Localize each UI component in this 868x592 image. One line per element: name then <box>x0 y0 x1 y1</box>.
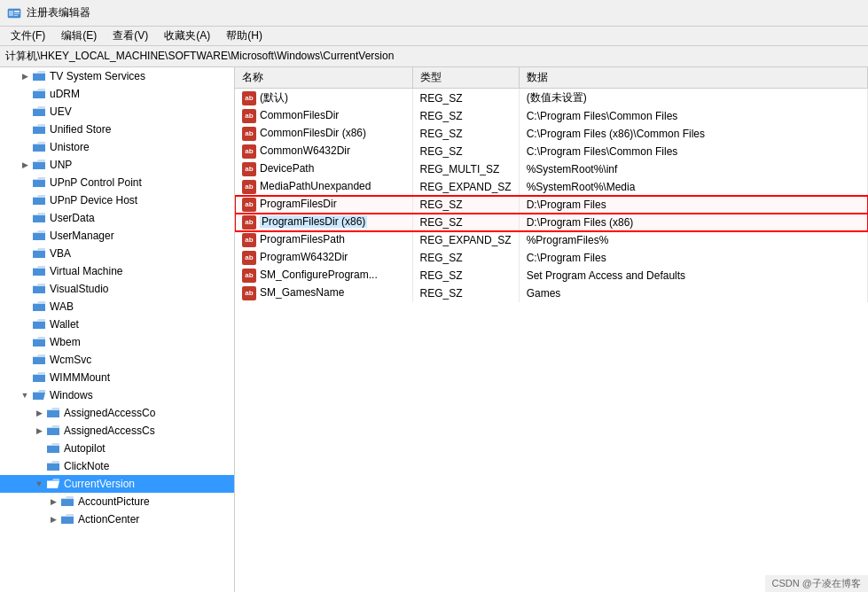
address-path: 计算机\HKEY_LOCAL_MACHINE\SOFTWARE\Microsof… <box>5 49 394 64</box>
tree-toggle[interactable]: ▶ <box>32 424 46 438</box>
tree-item-autopilot[interactable]: ▶ Autopilot <box>0 440 234 457</box>
table-row[interactable]: abCommonW6432DirREG_SZC:\Program Files\C… <box>235 143 868 160</box>
tree-label: Virtual Machine <box>50 265 123 277</box>
registry-name: ProgramFilesPath <box>260 233 345 245</box>
tree-item-wbem[interactable]: ▶ Wbem <box>0 333 234 351</box>
tree-item-uev[interactable]: ▶ UEV <box>0 103 234 121</box>
tree-label: AssignedAccessCo <box>64 407 155 419</box>
tree-item-tvsystemservices[interactable]: ▶ TV System Services <box>0 67 234 85</box>
ab-icon: ab <box>242 233 256 247</box>
tree-item-wallet[interactable]: ▶ Wallet <box>0 315 234 333</box>
tree-item-wcmsvc[interactable]: ▶ WcmSvc <box>0 351 234 369</box>
table-row[interactable]: abProgramW6432DirREG_SZC:\Program Files <box>235 249 868 267</box>
tree-item-usermanager[interactable]: ▶ UserManager <box>0 227 234 245</box>
folder-icon <box>46 406 60 420</box>
ab-icon: ab <box>242 109 256 123</box>
tree-toggle[interactable]: ▼ <box>18 388 32 402</box>
tree-item-unistore[interactable]: ▶ Unistore <box>0 138 234 156</box>
registry-name-cell[interactable]: abCommonW6432Dir <box>235 143 412 160</box>
tree-toggle[interactable]: ▶ <box>32 406 46 420</box>
registry-name: DevicePath <box>260 162 314 175</box>
tree-item-upnpcontrolpoint[interactable]: ▶ UPnP Control Point <box>0 174 234 191</box>
folder-icon <box>32 122 46 136</box>
tree-item-wimmount[interactable]: ▶ WIMMMount <box>0 369 234 386</box>
tree-label: Wallet <box>50 318 79 331</box>
menu-edit[interactable]: 编辑(E) <box>54 27 104 45</box>
ab-icon: ab <box>242 91 256 105</box>
tree-item-actioncenter[interactable]: ▶ ActionCenter <box>0 510 234 528</box>
registry-name-cell[interactable]: abProgramW6432Dir <box>235 249 412 267</box>
table-row[interactable]: ab(默认)REG_SZ(数值未设置) <box>235 89 868 108</box>
menu-help[interactable]: 帮助(H) <box>219 27 270 45</box>
menu-view[interactable]: 查看(V) <box>106 27 155 45</box>
table-row[interactable]: abCommonFilesDir (x86)REG_SZC:\Program F… <box>235 125 868 143</box>
registry-name-cell[interactable]: abMediaPathUnexpanded <box>235 178 412 196</box>
tree-item-currentversion[interactable]: ▼ CurrentVersion <box>0 475 234 493</box>
registry-name-cell[interactable]: abProgramFilesPath <box>235 231 412 249</box>
tree-label: WIMMMount <box>50 371 110 384</box>
registry-name-cell[interactable]: abDevicePath <box>235 160 412 178</box>
registry-name-cell[interactable]: ab(默认) <box>235 89 412 108</box>
tree-item-vba[interactable]: ▶ VBA <box>0 245 234 262</box>
col-type-header: 类型 <box>412 67 519 89</box>
tree-item-userdata[interactable]: ▶ UserData <box>0 209 234 227</box>
tree-item-visualstudio[interactable]: ▶ VisualStudio <box>0 280 234 298</box>
folder-icon <box>32 69 46 83</box>
registry-name-cell[interactable]: abCommonFilesDir (x86) <box>235 125 412 143</box>
tree-item-unp[interactable]: ▶ UNP <box>0 156 234 174</box>
tree-item-virtualmachine[interactable]: ▶ Virtual Machine <box>0 262 234 280</box>
tree-label: ActionCenter <box>78 513 139 526</box>
registry-panel[interactable]: 名称 类型 数据 ab(默认)REG_SZ(数值未设置)abCommonFile… <box>235 67 868 592</box>
tree-toggle[interactable]: ▶ <box>18 69 32 83</box>
tree-label: UserData <box>50 212 95 224</box>
tree-label: ClickNote <box>64 460 109 472</box>
tree-toggle[interactable]: ▶ <box>46 512 60 526</box>
table-row[interactable]: abSM_GamesNameREG_SZGames <box>235 284 868 302</box>
tree-toggle[interactable]: ▶ <box>46 495 60 509</box>
registry-name-cell[interactable]: abSM_GamesName <box>235 284 412 302</box>
registry-data-cell: C:\Program Files\Common Files <box>519 107 867 125</box>
tree-label: VisualStudio <box>50 283 109 295</box>
tree-label: WcmSvc <box>50 354 91 366</box>
tree-scroll[interactable]: ▶ TV System Services ▶ uDRM ▶ <box>0 67 234 592</box>
table-row[interactable]: abProgramFilesDir (x86)REG_SZD:\Program … <box>235 214 868 231</box>
table-row[interactable]: abProgramFilesPathREG_EXPAND_SZ%ProgramF… <box>235 231 868 249</box>
registry-data-cell: D:\Program Files <box>519 196 867 214</box>
table-row[interactable]: abCommonFilesDirREG_SZC:\Program Files\C… <box>235 107 868 125</box>
main-content: ▶ TV System Services ▶ uDRM ▶ <box>0 67 868 592</box>
registry-type-cell: REG_MULTI_SZ <box>412 160 519 178</box>
tree-toggle[interactable]: ▼ <box>32 477 46 491</box>
tree-item-assignedaccesscs[interactable]: ▶ AssignedAccessCs <box>0 422 234 440</box>
tree-item-assignedaccessco[interactable]: ▶ AssignedAccessCo <box>0 404 234 422</box>
ab-icon: ab <box>242 269 256 283</box>
table-row[interactable]: abMediaPathUnexpandedREG_EXPAND_SZ%Syste… <box>235 178 868 196</box>
registry-name-cell[interactable]: abSM_ConfigureProgram... <box>235 267 412 284</box>
svg-rect-1 <box>9 11 13 16</box>
folder-icon <box>32 87 46 101</box>
menu-file[interactable]: 文件(F) <box>4 27 52 45</box>
tree-item-windows[interactable]: ▼ Windows <box>0 386 234 404</box>
regedit-icon <box>7 6 21 20</box>
tree-toggle[interactable]: ▶ <box>18 158 32 172</box>
table-row[interactable]: abProgramFilesDirREG_SZD:\Program Files <box>235 196 868 214</box>
tree-item-clicknote[interactable]: ▶ ClickNote <box>0 457 234 475</box>
tree-item-accountpicture[interactable]: ▶ AccountPicture <box>0 493 234 510</box>
tree-label: TV System Services <box>50 70 145 82</box>
table-row[interactable]: abDevicePathREG_MULTI_SZ%SystemRoot%\inf <box>235 160 868 178</box>
registry-name-cell[interactable]: abProgramFilesDir <box>235 196 412 214</box>
tree-item-udrm[interactable]: ▶ uDRM <box>0 85 234 103</box>
registry-type-cell: REG_SZ <box>412 214 519 231</box>
folder-icon <box>32 353 46 367</box>
tree-item-unifiedstore[interactable]: ▶ Unified Store <box>0 121 234 138</box>
tree-item-wab[interactable]: ▶ WAB <box>0 298 234 315</box>
registry-name-cell[interactable]: abProgramFilesDir (x86) <box>235 214 412 231</box>
menu-favorites[interactable]: 收藏夹(A) <box>157 27 217 45</box>
registry-name-cell[interactable]: abCommonFilesDir <box>235 107 412 125</box>
table-row[interactable]: abSM_ConfigureProgram...REG_SZSet Progra… <box>235 267 868 284</box>
ab-icon: ab <box>242 127 256 141</box>
svg-rect-4 <box>14 15 18 16</box>
registry-name: MediaPathUnexpanded <box>260 180 371 192</box>
folder-icon <box>32 140 46 154</box>
tree-item-upnpdevicehost[interactable]: ▶ UPnP Device Host <box>0 191 234 209</box>
tree-label: Autopilot <box>64 442 106 455</box>
